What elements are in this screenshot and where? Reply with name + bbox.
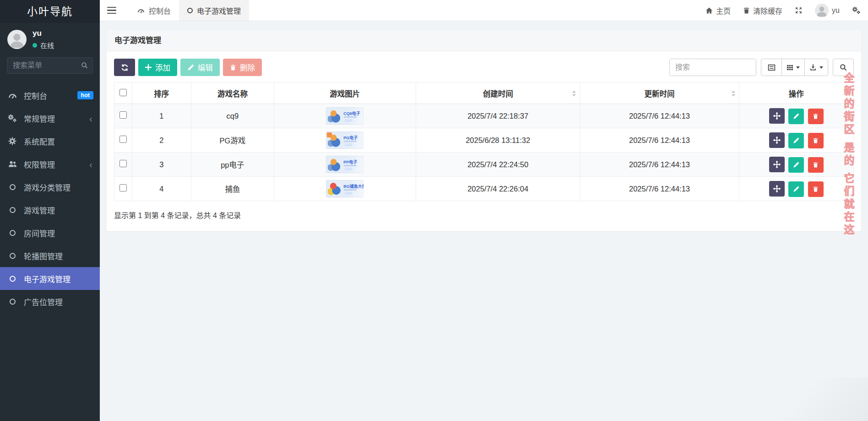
sidebar-item-system-config[interactable]: 系统配置 — [0, 130, 100, 153]
cell-updated-time: 2025/7/6 12:44:13 — [580, 128, 739, 153]
cell-created-time: 2025/7/4 22:18:37 — [416, 104, 580, 128]
detail-view-button[interactable] — [761, 59, 782, 76]
row-edit-button[interactable] — [788, 181, 804, 197]
header-created-time[interactable]: 创建时间 — [416, 83, 580, 104]
export-button[interactable] — [805, 59, 828, 76]
circle-icon — [7, 207, 17, 213]
chevron-left-icon: ‹ — [89, 114, 92, 123]
cell-game-image: CQ9电子 — [274, 104, 416, 128]
cell-game-name: PG游戏 — [191, 128, 274, 153]
banner-subline — [344, 141, 357, 142]
cell-game-name: 捕鱼 — [191, 177, 274, 201]
nav-tabs: 控制台 电子游戏管理 — [129, 0, 249, 21]
row-edit-button[interactable] — [788, 157, 804, 173]
sidebar-item-electronic-game-mgmt[interactable]: 电子游戏管理 — [0, 267, 100, 290]
page-title: 电子游戏管理 — [107, 30, 861, 51]
sidebar-item-dashboard[interactable]: 控制台 hot — [0, 84, 100, 107]
tab-label: 电子游戏管理 — [197, 5, 241, 16]
header-operations: 操作 — [739, 83, 853, 104]
common-search-toggle-button[interactable] — [833, 59, 854, 76]
menu-search-input[interactable] — [7, 57, 93, 74]
sort-arrows-icon — [572, 90, 576, 96]
sidebar-item-game-category-mgmt[interactable]: 游戏分类管理 — [0, 175, 100, 198]
sidebar-toggle-button[interactable] — [100, 0, 124, 21]
row-delete-button[interactable] — [808, 181, 824, 197]
cell-game-image: PP电子 — [274, 153, 416, 177]
sidebar-item-label: 房间管理 — [24, 227, 55, 239]
columns-button[interactable] — [782, 59, 805, 76]
banner-art — [328, 109, 342, 123]
table-search-input[interactable] — [669, 59, 756, 76]
banner-subline — [344, 189, 357, 191]
cell-select — [114, 104, 132, 128]
drag-sort-button[interactable] — [769, 132, 785, 148]
record-summary: 显示第 1 到第 4 条记录，总共 4 条记录 — [114, 209, 854, 220]
refresh-button[interactable] — [114, 59, 135, 76]
row-checkbox[interactable] — [119, 136, 127, 143]
row-delete-button[interactable] — [808, 133, 824, 148]
sidebar-item-game-mgmt[interactable]: 游戏管理 — [0, 198, 100, 221]
cell-game-image: PG电子 — [274, 128, 416, 153]
drag-sort-button[interactable] — [769, 108, 785, 124]
select-all-checkbox[interactable] — [119, 89, 127, 96]
detail-view-icon — [768, 64, 776, 71]
row-edit-button[interactable] — [788, 133, 804, 148]
clear-cache-label: 清除缓存 — [753, 5, 782, 16]
cogs-icon — [852, 6, 861, 14]
topbar: 控制台 电子游戏管理 主页 清除缓存 yu — [100, 0, 868, 21]
sidebar-item-carousel-mgmt[interactable]: 轮播图管理 — [0, 244, 100, 267]
settings-button[interactable] — [852, 6, 861, 14]
drag-sort-button[interactable] — [769, 157, 785, 172]
table-row: 3 pp电子 PP电子 2025/7/4 22:24:50 2025/7/6 1… — [114, 153, 854, 177]
tab-electronic-game-mgmt[interactable]: 电子游戏管理 — [179, 0, 249, 21]
clear-cache-button[interactable]: 清除缓存 — [743, 5, 782, 16]
header-updated-time[interactable]: 更新时间 — [580, 83, 739, 104]
circle-icon — [7, 276, 17, 282]
game-banner-image[interactable]: BG捕鱼大师 — [326, 180, 363, 197]
dashboard-icon — [7, 91, 17, 100]
circle-icon — [7, 184, 17, 190]
table-row: 4 捕鱼 BG捕鱼大师 2025/7/4 22:26:04 2025/7/6 1… — [114, 177, 854, 201]
cell-sort: 1 — [132, 104, 191, 128]
banner-art — [328, 158, 342, 171]
sidebar-item-label: 控制台 — [24, 90, 47, 101]
banner-button-art — [345, 119, 353, 122]
users-icon — [7, 160, 17, 169]
table-header-row: 排序 游戏名称 游戏图片 创建时间 更新时间 操作 — [114, 83, 854, 104]
header-select-all — [114, 83, 132, 104]
sidebar-item-general-mgmt[interactable]: 常规管理 ‹ — [0, 107, 100, 130]
row-delete-button[interactable] — [808, 109, 824, 124]
fullscreen-button[interactable] — [795, 6, 803, 14]
game-banner-image[interactable]: CQ9电子 — [326, 107, 363, 125]
delete-button[interactable]: 删除 — [223, 59, 262, 76]
row-checkbox[interactable] — [119, 184, 127, 191]
game-banner-image[interactable]: PP电子 — [326, 156, 363, 173]
row-delete-button[interactable] — [808, 157, 824, 173]
sidebar-item-permission-mgmt[interactable]: 权限管理 ‹ — [0, 153, 100, 175]
sidebar-item-ad-mgmt[interactable]: 广告位管理 — [0, 290, 100, 313]
sort-arrows-icon — [732, 90, 735, 96]
edit-button[interactable]: 编辑 — [180, 59, 220, 76]
row-edit-button[interactable] — [788, 109, 804, 124]
drag-sort-button[interactable] — [769, 181, 785, 197]
banner-label: PG电子 — [343, 135, 358, 141]
user-menu[interactable]: yu — [815, 4, 840, 17]
row-checkbox[interactable] — [119, 160, 127, 167]
tab-dashboard[interactable]: 控制台 — [129, 0, 179, 21]
banner-art — [328, 133, 342, 147]
cogs-icon — [7, 114, 17, 122]
game-banner-image[interactable]: PG电子 — [326, 131, 363, 149]
view-button-group — [761, 59, 828, 76]
circle-icon — [7, 299, 17, 305]
cell-created-time: 2025/6/28 13:11:32 — [416, 128, 580, 153]
row-checkbox[interactable] — [119, 111, 127, 119]
trash-icon — [230, 64, 236, 71]
cell-updated-time: 2025/7/6 12:44:13 — [580, 104, 739, 128]
topbar-right: 主页 清除缓存 yu — [705, 0, 868, 21]
home-button[interactable]: 主页 — [705, 5, 731, 16]
search-icon — [81, 62, 88, 69]
banner-art — [328, 182, 342, 196]
add-button[interactable]: 添加 — [138, 59, 177, 76]
cell-game-name: cq9 — [191, 104, 274, 128]
sidebar-item-room-mgmt[interactable]: 房间管理 — [0, 221, 100, 244]
